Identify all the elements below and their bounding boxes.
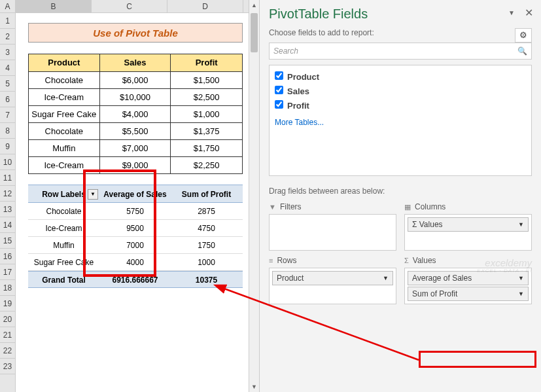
cell-sales[interactable]: $9,000 <box>100 157 171 173</box>
row-20[interactable]: 20 <box>0 312 15 327</box>
filter-dropdown-icon[interactable]: ▼ <box>88 189 98 200</box>
area-item[interactable]: Average of Sales▼ <box>408 271 529 285</box>
row-10[interactable]: 10 <box>0 154 15 170</box>
row-2[interactable]: 2 <box>0 29 15 45</box>
field-checkbox[interactable] <box>275 71 283 80</box>
pivot-cell[interactable]: 4000 <box>99 254 171 270</box>
close-icon[interactable]: ✕ <box>525 7 533 19</box>
vertical-scrollbar[interactable]: ▲ ▼ <box>249 0 259 392</box>
gear-icon[interactable]: ⚙ <box>515 28 532 43</box>
cell-sales[interactable]: $7,000 <box>100 140 171 156</box>
scroll-down-icon[interactable]: ▼ <box>249 382 259 392</box>
columns-icon: ▦ <box>404 203 411 211</box>
rows-dropzone[interactable]: Product▼ <box>269 268 396 304</box>
scroll-thumb[interactable] <box>251 13 258 52</box>
row-12[interactable]: 12 <box>0 186 15 202</box>
values-dropzone[interactable]: Average of Sales▼Sum of Profit▼ <box>404 268 532 304</box>
pivot-cell[interactable]: Chocolate <box>28 203 99 219</box>
cell-sales[interactable]: $5,500 <box>100 123 171 139</box>
scroll-up-icon[interactable]: ▲ <box>249 0 259 10</box>
cell-sales[interactable]: $6,000 <box>100 72 171 88</box>
row-22[interactable]: 22 <box>0 343 15 359</box>
cell-product[interactable]: Chocolate <box>29 72 100 88</box>
drag-instruction: Drag fields between areas below: <box>269 187 532 196</box>
col-B[interactable]: B <box>16 0 92 12</box>
pivot-cell[interactable]: 2875 <box>171 203 242 219</box>
filters-dropzone[interactable] <box>269 214 396 251</box>
row-14[interactable]: 14 <box>0 217 15 233</box>
field-product[interactable]: Product <box>273 69 527 84</box>
row-17[interactable]: 17 <box>0 264 15 280</box>
field-sales[interactable]: Sales <box>273 84 527 98</box>
area-item[interactable]: Sum of Profit▼ <box>408 287 529 301</box>
cell-product[interactable]: Sugar Free Cake <box>29 106 100 122</box>
row-8[interactable]: 8 <box>0 123 15 139</box>
pivot-cell[interactable]: Ice-Cream <box>28 220 99 236</box>
row-9[interactable]: 9 <box>0 139 15 154</box>
row-headers: 1234567891011121314151617181920212223 <box>0 13 16 392</box>
field-checkbox[interactable] <box>275 100 283 109</box>
row-16[interactable]: 16 <box>0 249 15 264</box>
pivot-cell[interactable]: 4750 <box>171 220 242 236</box>
sheet-title: Use of Pivot Table <box>28 23 243 43</box>
row-7[interactable]: 7 <box>0 107 15 123</box>
column-headers: A B C D <box>0 0 259 13</box>
row-19[interactable]: 19 <box>0 296 15 312</box>
cell-profit[interactable]: $2,500 <box>171 89 242 105</box>
columns-dropzone[interactable]: Σ Values▼ <box>404 214 532 251</box>
grid-area[interactable]: Use of Pivot Table Product Sales Profit … <box>16 13 259 392</box>
row-21[interactable]: 21 <box>0 327 15 343</box>
cell-sales[interactable]: $10,000 <box>100 89 171 105</box>
row-15[interactable]: 15 <box>0 233 15 249</box>
table-row: Chocolate$5,500$1,375 <box>29 122 242 139</box>
field-checkbox[interactable] <box>275 86 283 94</box>
pivot-cell[interactable]: Muffin <box>28 237 99 253</box>
row-13[interactable]: 13 <box>0 202 15 217</box>
more-tables-link[interactable]: More Tables... <box>273 113 527 128</box>
row-18[interactable]: 18 <box>0 280 15 296</box>
dropdown-icon[interactable]: ▼ <box>518 275 524 281</box>
cell-product[interactable]: Ice-Cream <box>29 89 100 105</box>
cell-profit[interactable]: $1,375 <box>171 123 242 139</box>
row-3[interactable]: 3 <box>0 45 15 60</box>
cell-product[interactable]: Ice-Cream <box>29 157 100 173</box>
pivot-cell[interactable]: 1000 <box>171 254 242 270</box>
field-profit[interactable]: Profit <box>273 98 527 113</box>
row-6[interactable]: 6 <box>0 92 15 107</box>
pivot-cell[interactable]: Sugar Free Cake <box>28 254 99 270</box>
cell-sales[interactable]: $4,000 <box>100 106 171 122</box>
pane-subtitle: Choose fields to add to report: <box>269 28 532 37</box>
pivot-row: Muffin70001750 <box>28 237 243 254</box>
data-table: Product Sales Profit Chocolate$6,000$1,5… <box>28 54 243 174</box>
col-C[interactable]: C <box>92 0 167 12</box>
pivot-cell[interactable]: 5750 <box>99 203 171 219</box>
cell-product[interactable]: Chocolate <box>29 123 100 139</box>
dropdown-icon[interactable]: ▼ <box>518 221 524 228</box>
cell-profit[interactable]: $2,250 <box>171 157 242 173</box>
dropdown-icon[interactable]: ▼ <box>518 291 524 297</box>
pivot-header-sum: Sum of Profit <box>171 185 242 202</box>
row-11[interactable]: 11 <box>0 170 15 186</box>
cell-profit[interactable]: $1,750 <box>171 140 242 156</box>
row-23[interactable]: 23 <box>0 359 15 374</box>
cell-profit[interactable]: $1,000 <box>171 106 242 122</box>
pane-collapse-icon[interactable]: ▼ <box>508 9 515 16</box>
cell-profit[interactable]: $1,500 <box>171 72 242 88</box>
table-row: Sugar Free Cake$4,000$1,000 <box>29 105 242 122</box>
pivot-cell[interactable]: 1750 <box>171 237 242 253</box>
search-input[interactable]: Search 🔍 <box>269 43 532 60</box>
area-item[interactable]: Σ Values▼ <box>408 217 529 232</box>
cell-product[interactable]: Muffin <box>29 140 100 156</box>
table-row: Ice-Cream$9,000$2,250 <box>29 156 242 173</box>
row-1[interactable]: 1 <box>0 13 15 29</box>
area-item[interactable]: Product▼ <box>272 271 393 285</box>
row-5[interactable]: 5 <box>0 76 15 92</box>
col-A[interactable]: A <box>0 0 16 12</box>
pivot-cell[interactable]: 7000 <box>99 237 171 253</box>
row-4[interactable]: 4 <box>0 60 15 76</box>
col-D[interactable]: D <box>167 0 243 12</box>
pivot-header-rowlabels[interactable]: Row Labels ▼ <box>28 185 99 202</box>
pivot-cell[interactable]: 9500 <box>99 220 171 236</box>
pivot-header-avg: Average of Sales <box>99 185 171 202</box>
dropdown-icon[interactable]: ▼ <box>383 275 389 281</box>
